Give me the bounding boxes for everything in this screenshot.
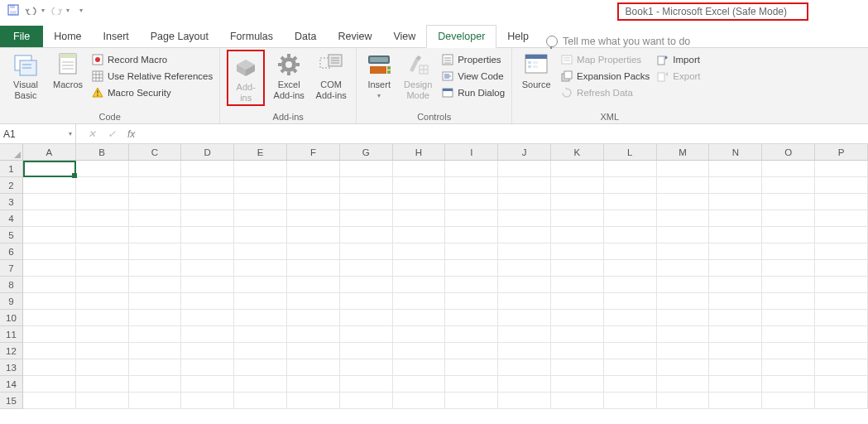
cell[interactable] bbox=[340, 177, 393, 194]
cell[interactable] bbox=[129, 293, 182, 310]
cell[interactable] bbox=[762, 260, 815, 277]
formula-input[interactable] bbox=[146, 124, 868, 143]
cell[interactable] bbox=[604, 393, 657, 409]
cell[interactable] bbox=[76, 293, 129, 310]
tell-me-search[interactable]: Tell me what you want to do bbox=[540, 36, 697, 47]
cell[interactable] bbox=[815, 177, 868, 194]
cell[interactable] bbox=[181, 277, 234, 293]
cell[interactable] bbox=[551, 343, 604, 359]
cell[interactable] bbox=[815, 326, 868, 343]
cell[interactable] bbox=[445, 177, 498, 194]
cell[interactable] bbox=[234, 260, 287, 277]
cell[interactable] bbox=[287, 243, 340, 260]
cell[interactable] bbox=[234, 177, 287, 194]
cell[interactable] bbox=[181, 293, 234, 310]
cell[interactable] bbox=[445, 260, 498, 277]
import-button[interactable]: Import bbox=[656, 51, 700, 68]
cell[interactable] bbox=[551, 210, 604, 227]
cell[interactable] bbox=[393, 177, 446, 194]
qat-customize-icon[interactable]: ▾ bbox=[79, 7, 83, 14]
cell[interactable] bbox=[287, 343, 340, 359]
cell[interactable] bbox=[604, 277, 657, 293]
cell[interactable] bbox=[23, 260, 76, 277]
cell[interactable] bbox=[23, 210, 76, 227]
cell[interactable] bbox=[445, 243, 498, 260]
cell[interactable] bbox=[76, 359, 129, 376]
tab-insert[interactable]: Insert bbox=[93, 26, 140, 47]
tab-developer[interactable]: Developer bbox=[426, 25, 496, 48]
cell[interactable] bbox=[393, 293, 446, 310]
cell[interactable] bbox=[604, 359, 657, 376]
addins-button[interactable]: Add- ins bbox=[230, 54, 261, 103]
properties-button[interactable]: Properties bbox=[441, 51, 505, 68]
cell[interactable] bbox=[498, 310, 551, 326]
col-header-N[interactable]: N bbox=[709, 144, 762, 161]
row-header-7[interactable]: 7 bbox=[0, 260, 23, 277]
cell[interactable] bbox=[287, 376, 340, 393]
cell[interactable] bbox=[657, 326, 710, 343]
cell[interactable] bbox=[234, 393, 287, 409]
use-relative-refs-button[interactable]: Use Relative References bbox=[91, 68, 213, 84]
cell[interactable] bbox=[287, 194, 340, 210]
cell[interactable] bbox=[393, 343, 446, 359]
record-macro-button[interactable]: Record Macro bbox=[91, 51, 213, 68]
cell[interactable] bbox=[234, 343, 287, 359]
cell[interactable] bbox=[762, 227, 815, 243]
insert-button[interactable]: Insert ▾ bbox=[363, 51, 395, 99]
design-mode-button[interactable]: Design Mode bbox=[401, 51, 434, 100]
row-header-13[interactable]: 13 bbox=[0, 359, 23, 376]
cell[interactable] bbox=[234, 194, 287, 210]
cell[interactable] bbox=[287, 210, 340, 227]
export-button[interactable]: Export bbox=[656, 68, 700, 84]
cell[interactable] bbox=[815, 359, 868, 376]
cell[interactable] bbox=[604, 293, 657, 310]
cell[interactable] bbox=[181, 376, 234, 393]
cell[interactable] bbox=[551, 243, 604, 260]
cell[interactable] bbox=[23, 343, 76, 359]
cell[interactable] bbox=[393, 359, 446, 376]
cell[interactable] bbox=[551, 293, 604, 310]
cell[interactable] bbox=[287, 277, 340, 293]
worksheet-grid[interactable]: ABCDEFGHIJKLMNOP 123456789101112131415 bbox=[0, 144, 868, 409]
cell[interactable] bbox=[129, 194, 182, 210]
cell[interactable] bbox=[498, 376, 551, 393]
cell[interactable] bbox=[287, 227, 340, 243]
cell[interactable] bbox=[340, 260, 393, 277]
row-header-3[interactable]: 3 bbox=[0, 194, 23, 210]
cell[interactable] bbox=[23, 227, 76, 243]
cell[interactable] bbox=[234, 210, 287, 227]
cell[interactable] bbox=[498, 177, 551, 194]
cell[interactable] bbox=[551, 359, 604, 376]
col-header-A[interactable]: A bbox=[23, 144, 76, 161]
col-header-I[interactable]: I bbox=[445, 144, 498, 161]
cell[interactable] bbox=[815, 277, 868, 293]
cell[interactable] bbox=[340, 310, 393, 326]
cell[interactable] bbox=[762, 243, 815, 260]
cell[interactable] bbox=[340, 326, 393, 343]
refresh-data-button[interactable]: Refresh Data bbox=[560, 84, 650, 101]
cell[interactable] bbox=[23, 376, 76, 393]
row-header-12[interactable]: 12 bbox=[0, 343, 23, 359]
name-box[interactable]: A1 ▾ bbox=[0, 124, 76, 143]
run-dialog-button[interactable]: Run Dialog bbox=[441, 84, 505, 101]
cell[interactable] bbox=[181, 177, 234, 194]
com-addins-button[interactable]: COM Add-ins bbox=[313, 51, 349, 100]
cell[interactable] bbox=[76, 376, 129, 393]
cell[interactable] bbox=[393, 393, 446, 409]
cell[interactable] bbox=[445, 343, 498, 359]
cell[interactable] bbox=[340, 293, 393, 310]
cell[interactable] bbox=[287, 310, 340, 326]
cell[interactable] bbox=[709, 343, 762, 359]
cell[interactable] bbox=[709, 310, 762, 326]
cell[interactable] bbox=[393, 260, 446, 277]
cell[interactable] bbox=[23, 310, 76, 326]
cell[interactable] bbox=[709, 260, 762, 277]
cell[interactable] bbox=[604, 194, 657, 210]
cell[interactable] bbox=[23, 161, 76, 177]
cell[interactable] bbox=[181, 343, 234, 359]
cell[interactable] bbox=[234, 277, 287, 293]
cell[interactable] bbox=[604, 376, 657, 393]
cell[interactable] bbox=[498, 210, 551, 227]
cell[interactable] bbox=[551, 161, 604, 177]
row-header-6[interactable]: 6 bbox=[0, 243, 23, 260]
